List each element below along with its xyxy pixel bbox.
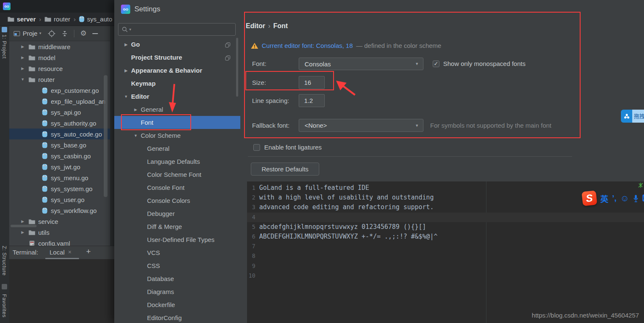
item-label: config.yaml — [38, 240, 70, 246]
preview-line: 10 — [247, 271, 644, 281]
settings-tree-item[interactable]: General — [114, 142, 240, 155]
size-field[interactable] — [299, 76, 325, 89]
settings-tree-item[interactable]: Diagrams — [114, 285, 240, 298]
breadcrumb-item-router[interactable]: router — [45, 16, 70, 23]
terminal-output[interactable] — [9, 259, 114, 323]
project-tree-item[interactable]: exp_file_upload_an — [9, 96, 110, 107]
expand-arrow-icon[interactable]: ▼ — [132, 134, 139, 138]
project-tree-item[interactable]: sys_api.go — [9, 107, 110, 118]
project-tree-item[interactable]: sys_auto_code.go — [9, 129, 110, 139]
crumb-parent: Editor — [246, 22, 265, 29]
stripe-button-project[interactable]: 1: Project — [1, 34, 7, 59]
monospaced-checkbox[interactable]: ✓ — [433, 60, 439, 67]
project-tree-item[interactable]: exp_customer.go — [9, 85, 110, 96]
project-panel-title[interactable]: Proje — [23, 30, 37, 37]
expand-arrow-icon[interactable]: ▶ — [19, 55, 26, 60]
goland-logo-icon: GO — [121, 5, 130, 14]
project-tree-item[interactable]: sys_workflow.go — [9, 205, 110, 216]
expand-arrow-icon[interactable]: ▶ — [132, 108, 139, 112]
settings-tree-scrollbar[interactable] — [236, 38, 238, 97]
expand-arrow-icon[interactable]: ▶ — [123, 68, 129, 73]
fallback-font-combobox[interactable]: <None> ▼ — [299, 119, 423, 132]
line-text: with a high level of usability and outst… — [259, 193, 434, 202]
settings-tree-item[interactable]: User-Defined File Types — [114, 233, 240, 246]
settings-tree-item[interactable]: Debugger — [114, 207, 240, 220]
project-tree-scrollbar[interactable] — [104, 75, 108, 197]
project-tree-item[interactable]: sys_casbin.go — [9, 150, 110, 161]
sogou-logo-icon[interactable]: S — [581, 190, 597, 206]
go-file-icon — [42, 87, 47, 94]
settings-tree-item[interactable]: Keymap — [114, 77, 240, 90]
breadcrumb-item-file[interactable]: sys_auto — [79, 16, 112, 23]
project-tree-item[interactable]: sys_authority.go — [9, 118, 110, 129]
expand-arrow-icon[interactable]: ▶ — [123, 42, 129, 47]
expand-arrow-icon[interactable]: ▶ — [19, 66, 26, 71]
line-spacing-field[interactable] — [299, 94, 325, 107]
settings-tree-item[interactable]: Console Colors — [114, 194, 240, 207]
expand-arrow-icon[interactable]: ▼ — [123, 95, 129, 99]
settings-tree-item[interactable]: Language Defaults — [114, 155, 240, 168]
collapse-all-icon[interactable] — [61, 30, 68, 37]
expand-arrow-icon[interactable]: ▶ — [19, 45, 26, 49]
close-icon[interactable]: × — [68, 249, 71, 255]
expand-arrow-icon[interactable]: ▼ — [19, 77, 26, 81]
netdisk-drag-button[interactable]: 拖拽 — [621, 110, 644, 123]
tool-window-stripe: 1: Project Z: Structure Favorites — [0, 26, 9, 323]
monospaced-checkbox-label[interactable]: Show only monospaced fonts — [443, 58, 526, 70]
settings-tree-item[interactable]: ▼ Color Scheme — [114, 129, 240, 142]
settings-tree-item[interactable]: Database — [114, 272, 240, 285]
settings-tree-item[interactable]: ▶ General — [114, 103, 240, 116]
ime-microphone-icon[interactable] — [633, 194, 639, 202]
settings-tree-item[interactable]: ▼ Editor — [114, 90, 240, 103]
ime-keyboard-icon[interactable]: ⌨ — [642, 193, 644, 203]
breadcrumb-item-server[interactable]: server — [8, 16, 36, 23]
settings-tree-item[interactable]: Font — [114, 116, 240, 129]
ime-language-mode[interactable]: 英 — [600, 193, 608, 204]
stripe-button-favorites[interactable]: Favorites — [1, 294, 7, 318]
settings-tree-item[interactable]: Color Scheme Font — [114, 168, 240, 181]
project-tree-item[interactable]: sys_base.go — [9, 139, 110, 150]
font-family-combobox[interactable]: Consolas ▼ — [299, 58, 423, 70]
project-tree-item[interactable]: ▶ utils — [9, 227, 110, 238]
project-tree-item[interactable]: ▼ router — [9, 74, 110, 85]
ime-punctuation-icon[interactable]: ’, — [612, 194, 617, 203]
new-terminal-button[interactable]: + — [86, 247, 91, 256]
project-tree-item[interactable]: ▶ resource — [9, 63, 110, 74]
settings-tree-item[interactable]: Dockerfile — [114, 298, 240, 311]
ghost-line-number — [110, 123, 114, 134]
stripe-button-structure[interactable]: Z: Structure — [1, 246, 7, 276]
expand-arrow-icon[interactable]: ▶ — [19, 230, 26, 234]
settings-tree-item[interactable]: ▶ Go — [114, 38, 240, 51]
ligatures-checkbox-label[interactable]: Enable font ligatures — [264, 143, 322, 152]
hide-panel-icon[interactable] — [92, 33, 98, 34]
netdisk-icon — [621, 110, 632, 123]
terminal-line — [13, 294, 114, 305]
project-tree-item[interactable]: sys_system.go — [9, 183, 110, 194]
project-tree-item[interactable]: ▶ middleware — [9, 41, 110, 52]
project-tree-item[interactable]: config.yaml — [9, 238, 110, 246]
project-tree-item[interactable]: sys_user.go — [9, 194, 110, 205]
restore-defaults-button[interactable]: Restore Defaults — [251, 163, 319, 176]
project-tree-item[interactable]: sys_menu.go — [9, 172, 110, 183]
settings-tree-item[interactable]: Console Font — [114, 181, 240, 194]
project-tree-hscrollbar[interactable] — [11, 225, 37, 227]
settings-tree-item[interactable]: Project Structure — [114, 51, 240, 64]
project-tree-item[interactable]: sys_jwt.go — [9, 161, 110, 172]
settings-tree-item[interactable]: VCS — [114, 246, 240, 259]
settings-search[interactable]: ▼ — [118, 23, 236, 36]
settings-tree-item[interactable]: ▶ Appearance & Behavior — [114, 64, 240, 77]
go-file-icon — [42, 120, 47, 126]
terminal-tab-local[interactable]: Local — [50, 249, 65, 256]
settings-tree-item[interactable]: Diff & Merge — [114, 220, 240, 233]
settings-tree-item[interactable]: CSS — [114, 259, 240, 272]
current-font-link[interactable]: Current editor font: Consolas, 18 — [262, 42, 353, 49]
search-input[interactable] — [133, 26, 235, 33]
settings-tree-item[interactable]: EditorConfig — [114, 311, 240, 323]
locate-file-icon[interactable] — [48, 30, 55, 37]
item-icon — [41, 87, 48, 94]
expand-arrow-icon[interactable]: ▶ — [19, 219, 26, 223]
ime-emoji-icon[interactable]: ☺ — [620, 193, 629, 203]
gear-icon[interactable]: ⚙ — [80, 30, 87, 37]
project-tree-item[interactable]: ▶ model — [9, 52, 110, 63]
ligatures-checkbox[interactable] — [253, 144, 260, 151]
